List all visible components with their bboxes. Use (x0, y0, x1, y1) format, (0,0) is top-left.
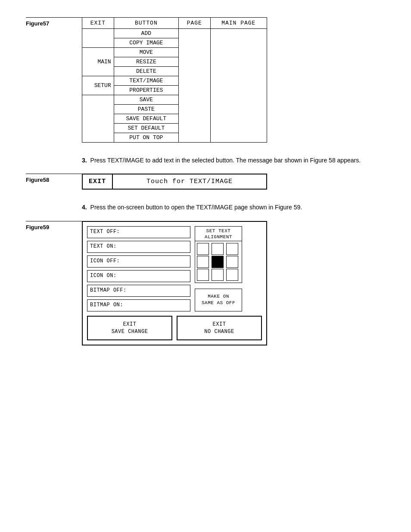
grid-cell-tc[interactable] (212, 243, 224, 255)
grid-cell-mc[interactable] (212, 256, 224, 268)
step3-num: 3. (82, 157, 87, 164)
figure57-content: EXIT BUTTON PAGE MAIN PAGE ADD COPY IMAG… (82, 17, 385, 143)
figure57-label: Figure57 (26, 17, 82, 27)
bitmap-on-field[interactable]: BITMAP ON: (87, 299, 190, 311)
cell-empty (82, 133, 114, 143)
menu-copy-image[interactable]: COPY IMAGE (114, 38, 178, 48)
main-body: TEXT OFF: TEXT ON: ICON OFF: ICON ON: BI… (87, 226, 262, 311)
touch-label[interactable]: Touch for TEXT/IMAGE (113, 174, 266, 189)
alignment-label: SET TEXT ALIGNMENT (195, 227, 242, 242)
figure58-content: EXIT Touch for TEXT/IMAGE (82, 174, 385, 190)
instruction3: 3. Press TEXT/IMAGE to add text in the s… (82, 156, 385, 165)
cell-empty3 (210, 29, 267, 143)
button-menu-table: EXIT BUTTON PAGE MAIN PAGE ADD COPY IMAG… (82, 17, 267, 143)
cell-empty (82, 114, 114, 124)
fields-column: TEXT OFF: TEXT ON: ICON OFF: ICON ON: BI… (87, 226, 190, 311)
grid-cell-bl[interactable] (197, 269, 209, 281)
make-on-button[interactable]: MAKE ON SAME AS OFF (195, 289, 242, 311)
textimage-panel: TEXT OFF: TEXT ON: ICON OFF: ICON ON: BI… (82, 221, 267, 346)
menu-resize[interactable]: RESIZE (114, 57, 178, 67)
grid-cell-bc[interactable] (212, 269, 224, 281)
menu-delete[interactable]: DELETE (114, 67, 178, 76)
menu-text-image[interactable]: TEXT/IMAGE (114, 76, 178, 86)
col-button[interactable]: BUTTON (114, 18, 178, 29)
exit-save-button[interactable]: EXIT SAVE CHANGE (87, 316, 172, 341)
step3-text: Press TEXT/IMAGE to add text in the sele… (90, 157, 361, 164)
text-on-field[interactable]: TEXT ON: (87, 241, 190, 253)
step4-num: 4. (82, 204, 87, 211)
right-column: SET TEXT ALIGNMENT (195, 226, 242, 311)
figure58-label: Figure58 (26, 174, 82, 183)
table-row: ADD (82, 29, 267, 38)
menu-put-on-top[interactable]: PUT ON TOP (114, 133, 178, 143)
cell-empty (82, 95, 114, 105)
menu-save-default[interactable]: SAVE DEFAULT (114, 114, 178, 124)
figure59-content: TEXT OFF: TEXT ON: ICON OFF: ICON ON: BI… (82, 221, 385, 346)
cell-empty (82, 38, 114, 48)
figure59-label: Figure59 (26, 221, 82, 230)
bitmap-off-field[interactable]: BITMAP OFF: (87, 285, 190, 297)
grid-cell-tr[interactable] (226, 243, 238, 255)
cell-empty (82, 105, 114, 114)
bottom-buttons: EXIT SAVE CHANGE EXIT NO CHANGE (87, 316, 262, 341)
cell-empty (82, 124, 114, 133)
col-main-page[interactable]: MAIN PAGE (210, 18, 267, 29)
cell-empty (82, 29, 114, 38)
cell-empty2 (178, 29, 210, 143)
touch-bar: EXIT Touch for TEXT/IMAGE (82, 174, 267, 190)
menu-properties[interactable]: PROPERTIES (114, 86, 178, 95)
figure59-block: Figure59 TEXT OFF: TEXT ON: ICON OFF: IC… (26, 221, 385, 346)
figure58-block: Figure58 EXIT Touch for TEXT/IMAGE (26, 174, 385, 190)
menu-add[interactable]: ADD (114, 29, 178, 38)
alignment-grid (195, 241, 242, 283)
exit-button[interactable]: EXIT (83, 174, 113, 189)
instruction4: 4. Press the on-screen button to open th… (82, 202, 385, 212)
menu-save[interactable]: SAVE (114, 95, 178, 105)
step4-text: Press the on-screen button to open the T… (90, 204, 302, 211)
cell-setup: SETUR (82, 76, 114, 95)
figure57-block: Figure57 EXIT BUTTON PAGE MAIN PAGE ADD (26, 17, 385, 143)
col-page[interactable]: PAGE (178, 18, 210, 29)
grid-cell-tl[interactable] (197, 243, 209, 255)
cell-main: MAIN (82, 48, 114, 76)
grid-cell-br[interactable] (226, 269, 238, 281)
icon-off-field[interactable]: ICON OFF: (87, 255, 190, 268)
menu-move[interactable]: MOVE (114, 48, 178, 57)
alignment-box: SET TEXT ALIGNMENT (195, 226, 242, 283)
col-exit[interactable]: EXIT (82, 18, 114, 29)
grid-cell-ml[interactable] (197, 256, 209, 268)
grid-cell-mr[interactable] (226, 256, 238, 268)
menu-set-default[interactable]: SET DEFAULT (114, 124, 178, 133)
exit-no-change-button[interactable]: EXIT NO CHANGE (177, 316, 262, 341)
text-off-field[interactable]: TEXT OFF: (87, 226, 190, 238)
icon-on-field[interactable]: ICON ON: (87, 270, 190, 282)
menu-paste[interactable]: PASTE (114, 105, 178, 114)
